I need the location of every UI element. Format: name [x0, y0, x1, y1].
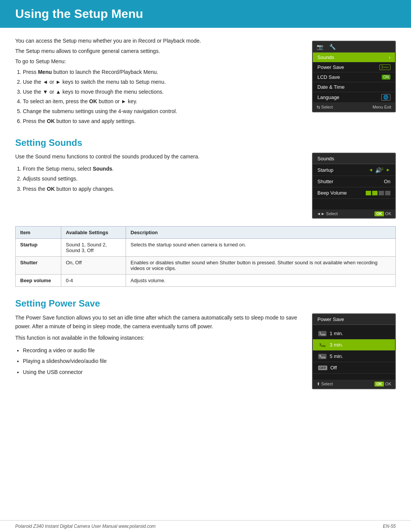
startup-value: 🔊1	[375, 167, 384, 173]
table-row: Startup Sound 1, Sound 2, Sound 3, Off S…	[16, 239, 396, 257]
sounds-arrow: ›	[389, 54, 390, 60]
sounds-step-1: From the Setup menu, select Sounds.	[23, 164, 301, 174]
sounds-spacer	[313, 199, 395, 209]
sounds-row-shutter: Shutter On	[313, 176, 395, 187]
intro-step-6: Press the OK button to save and apply se…	[23, 117, 301, 126]
table-header-row: Item Available Settings Description	[16, 227, 396, 239]
power-label-5min: 5 min.	[330, 353, 343, 359]
page-header: Using the Setup Menu	[0, 0, 411, 28]
power-screen-footer: ⬆ Select OK OK	[313, 380, 395, 388]
power-camera-screen: Power Save 1min 1 min. 3min 3 min. 5min …	[312, 313, 396, 389]
intro-step-5: Change the submenu settings using the 4-…	[23, 107, 301, 116]
col-header-desc: Description	[126, 227, 396, 239]
col-header-settings: Available Settings	[61, 227, 126, 239]
sounds-steps: From the Setup menu, select Sounds. Adju…	[23, 164, 301, 194]
intro-step-2: Use the ◄ or ► keys to switch the menu t…	[23, 78, 301, 87]
page-footer: Polaroid Z340 Instant Digital Camera Use…	[0, 520, 411, 532]
power-bullet-2: Playing a slideshow/video/audio file	[23, 356, 301, 366]
language-badge: 🌐	[381, 94, 390, 101]
power-section: The Power Save function allows you to se…	[15, 313, 396, 389]
shutter-value: On	[384, 179, 390, 184]
sounds-desc: Use the Sound menu functions to control …	[15, 153, 301, 161]
footer-select-setup: ⇆ Select	[317, 105, 333, 110]
table-row: Beep volume 0-4 Adjusts volume.	[16, 275, 396, 287]
power-bullet-3: Using the USB connector	[23, 367, 301, 377]
menu-item-sounds: Sounds ›	[313, 53, 395, 62]
power-bullets: Recording a video or audio file Playing …	[23, 345, 301, 377]
footer-brand: Polaroid Z340 Instant Digital Camera Use…	[15, 524, 156, 529]
intro-steps: Press Menu button to launch the Record/P…	[23, 68, 301, 126]
row-beep-desc: Adjusts volume.	[126, 275, 396, 287]
power-label-1min: 1 min.	[330, 331, 343, 336]
intro-step-1: Press Menu button to launch the Record/P…	[23, 68, 301, 77]
menu-item-date-time: Date & Time	[313, 82, 395, 92]
startup-left-arrow: ◄	[368, 167, 373, 173]
col-header-item: Item	[16, 227, 61, 239]
power-icon-5min: 5min	[318, 354, 327, 359]
power-section-title: Setting Power Save	[15, 298, 396, 309]
screen-tab-bar: 📷 🔧	[313, 42, 395, 53]
beep-sq-3	[379, 191, 384, 195]
intro-line2: The Setup menu allows to configure gener…	[15, 47, 301, 55]
row-startup-settings: Sound 1, Sound 2, Sound 3, Off	[61, 239, 126, 257]
sounds-section: Use the Sound menu functions to control …	[15, 153, 396, 219]
row-startup-desc: Selects the startup sound when camera is…	[126, 239, 396, 257]
intro-step-4: To select an item, press the OK button o…	[23, 97, 301, 106]
power-row-3min: 3min 3 min.	[313, 339, 395, 351]
ok-badge: OK	[374, 211, 384, 216]
row-shutter-desc: Enables or disables shutter sound when S…	[126, 257, 396, 275]
beep-volume-bar	[366, 191, 390, 195]
power-row-off: OFF Off	[313, 362, 395, 374]
sounds-row-startup: Startup ◄ 🔊1 ►	[313, 164, 395, 176]
table-row: Shutter On, Off Enables or disables shut…	[16, 257, 396, 275]
sounds-row-beep: Beep Volume	[313, 187, 395, 199]
sounds-footer-select: ◄► Select	[317, 211, 338, 216]
sounds-step-3: Press the OK button to apply changes.	[23, 184, 301, 194]
power-label-off: Off	[330, 365, 337, 371]
power-desc1: The Power Save function allows you to se…	[15, 313, 301, 331]
beep-sq-2	[372, 191, 378, 195]
footer-exit-setup: Menu Exit	[373, 105, 391, 110]
power-row-1min: 1min 1 min.	[313, 328, 395, 339]
power-ok-badge: OK	[374, 382, 384, 387]
menu-item-language: Language 🌐	[313, 92, 395, 103]
row-beep-settings: 0-4	[61, 275, 126, 287]
sounds-camera-screen: Sounds Startup ◄ 🔊1 ► Shutter On Beep Vo…	[312, 153, 396, 219]
power-footer-select: ⬆ Select	[317, 382, 333, 387]
sounds-table: Item Available Settings Description Star…	[15, 226, 396, 287]
footer-page: EN-55	[383, 524, 396, 529]
power-screen-title: Power Save	[313, 314, 395, 325]
startup-right-arrow: ►	[386, 167, 390, 173]
power-save-badge: 3min	[379, 64, 390, 70]
intro-section: You can access the Setup menu whether yo…	[15, 37, 396, 127]
camera-icon: 📷	[317, 44, 323, 50]
intro-line1: You can access the Setup menu whether yo…	[15, 37, 301, 45]
sounds-footer-ok-label: OK	[385, 211, 391, 216]
wrench-icon: 🔧	[329, 44, 336, 50]
sounds-section-title: Setting Sounds	[15, 137, 396, 148]
intro-line3: To go to Setup Menu:	[15, 58, 301, 66]
power-icon-3min: 3min	[318, 342, 327, 348]
screen-footer-setup: ⇆ Select Menu Exit	[313, 103, 395, 112]
power-icon-off: OFF	[318, 366, 327, 370]
power-row-5min: 5min 5 min.	[313, 351, 395, 362]
lcd-save-badge: ON	[382, 75, 390, 80]
intro-step-3: Use the ▼ or ▲ keys to move through the …	[23, 88, 301, 97]
power-bullet-1: Recording a video or audio file	[23, 345, 301, 356]
row-beep-item: Beep volume	[16, 275, 61, 287]
menu-item-lcd-save: LCD Save ON	[313, 72, 395, 82]
power-label-3min: 3 min.	[330, 342, 343, 348]
row-shutter-settings: On, Off	[61, 257, 126, 275]
page-title: Using the Setup Menu	[15, 7, 396, 21]
menu-item-power-save: Power Save 3min	[313, 62, 395, 72]
power-desc2: This function is not available in the fo…	[15, 334, 301, 342]
intro-text: You can access the Setup menu whether yo…	[15, 37, 301, 127]
setup-camera-screen: 📷 🔧 Sounds › Power Save 3min LCD Save ON…	[312, 41, 396, 112]
beep-sq-4	[385, 191, 390, 195]
power-text: The Power Save function allows you to se…	[15, 313, 301, 389]
sounds-screen-footer: ◄► Select OK OK	[313, 209, 395, 218]
power-footer-ok-label: OK	[385, 382, 391, 386]
row-shutter-item: Shutter	[16, 257, 61, 275]
sounds-screen-title: Sounds	[313, 153, 395, 164]
power-icon-1min: 1min	[318, 331, 327, 336]
